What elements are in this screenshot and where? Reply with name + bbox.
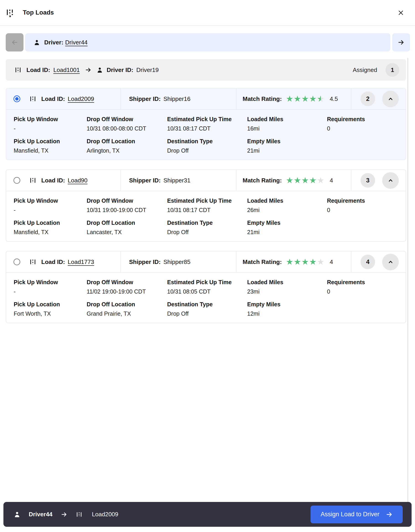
rating-value: 4: [330, 258, 333, 266]
pick-up-window-label: Pick Up Window: [14, 279, 87, 285]
chevron-up-icon: [387, 177, 394, 184]
arrow-right-icon: [398, 39, 405, 46]
load-id-label: Load ID:: [41, 258, 65, 266]
collapse-button[interactable]: [382, 172, 399, 189]
footer-driver: Driver44: [29, 511, 52, 518]
assigned-load-label: Load ID:: [26, 66, 50, 74]
back-button[interactable]: [6, 33, 23, 51]
assign-load-button[interactable]: Assign Load to Driver: [311, 506, 403, 523]
load-id-link[interactable]: Load1773: [68, 258, 94, 266]
load-card: Load ID: Load1773 Shipper ID: Shipper85 …: [6, 251, 406, 323]
assigned-load-link[interactable]: Load1001: [53, 66, 80, 74]
pick-up-window-value: -: [14, 288, 87, 295]
rank-badge: 4: [360, 255, 375, 269]
load-bars-icon: [29, 258, 37, 266]
rating-value: 4.5: [330, 95, 338, 103]
drop-off-location-value: Grand Prairie, TX: [87, 310, 167, 317]
destination-type-value: Drop Off: [167, 310, 247, 317]
load-id-link[interactable]: Load2009: [68, 95, 94, 103]
drop-off-location-label: Drop Off Location: [87, 219, 167, 226]
load-id-link[interactable]: Load90: [68, 177, 88, 184]
load-card-header: Load ID: Load90 Shipper ID: Shipper31 Ma…: [6, 170, 406, 191]
top-loads-icon: ★: [6, 8, 14, 18]
pick-up-location-value: Mansfield, TX: [14, 229, 87, 236]
assign-button-label: Assign Load to Driver: [321, 511, 379, 518]
pick-up-window-label: Pick Up Window: [14, 116, 87, 123]
assigned-load-row: Load ID: Load1001 Driver ID: Driver19 As…: [6, 59, 406, 81]
load-bars-icon: [29, 95, 37, 103]
destination-type-value: Drop Off: [167, 229, 247, 236]
drop-off-window-label: Drop Off Window: [87, 116, 167, 123]
estimated-pick-up-time-label: Estimated Pick Up Time: [167, 198, 247, 204]
load-card-details: Pick Up Window- Drop Off Window11/02 19:…: [6, 273, 406, 323]
assigned-driver-value: Driver19: [136, 66, 159, 74]
load-card-header: Load ID: Load1773 Shipper ID: Shipper85 …: [6, 251, 406, 273]
loaded-miles-value: 16mi: [247, 125, 327, 132]
match-rating-label: Match Rating:: [243, 95, 282, 103]
drop-off-location-value: Arlington, TX: [87, 147, 167, 154]
loaded-miles-value: 26mi: [247, 207, 327, 213]
arrow-right-icon: [85, 67, 91, 73]
collapse-button[interactable]: [382, 254, 399, 270]
loaded-miles-label: Loaded Miles: [247, 116, 327, 123]
shipper-id-value: Shipper31: [164, 177, 191, 184]
chevron-up-icon: [387, 258, 394, 265]
loaded-miles-label: Loaded Miles: [247, 198, 327, 204]
load-radio[interactable]: [13, 177, 20, 184]
star-rating: ★★★★★★★★★★: [286, 95, 325, 103]
star-rating: ★★★★★★★★★★: [286, 176, 325, 185]
load-card-header: Load ID: Load2009 Shipper ID: Shipper16 …: [6, 88, 406, 110]
scrollbar[interactable]: [407, 58, 408, 506]
estimated-pick-up-time-label: Estimated Pick Up Time: [167, 116, 247, 123]
load-id-label: Load ID:: [41, 95, 65, 103]
pick-up-window-value: -: [14, 125, 87, 132]
requirements-label: Requirements: [327, 279, 406, 285]
requirements-value: 0: [327, 125, 406, 132]
drop-off-window-label: Drop Off Window: [87, 279, 167, 285]
footer-load: Load2009: [92, 511, 118, 518]
forward-button[interactable]: [392, 33, 410, 51]
load-card-details: Pick Up Window- Drop Off Window10/31 08:…: [6, 110, 406, 160]
pick-up-location-value: Mansfield, TX: [14, 147, 87, 154]
rating-value: 4: [330, 177, 333, 184]
drop-off-window-label: Drop Off Window: [87, 198, 167, 204]
page-title: Top Loads: [23, 9, 54, 16]
load-id-label: Load ID:: [41, 177, 65, 184]
requirements-value: 0: [327, 207, 406, 213]
shipper-id-label: Shipper ID:: [129, 95, 161, 103]
pick-up-location-value: Fort Worth, TX: [14, 310, 87, 317]
shipper-id-value: Shipper16: [164, 95, 191, 103]
drop-off-window-value: 10/31 19:00-19:00 CDT: [87, 207, 167, 213]
empty-miles-value: 12mi: [247, 310, 327, 317]
pick-up-window-value: -: [14, 207, 87, 213]
drop-off-location-label: Drop Off Location: [87, 138, 167, 145]
empty-miles-label: Empty Miles: [247, 301, 327, 308]
empty-miles-label: Empty Miles: [247, 219, 327, 226]
top-loads-header: ★ Top Loads: [0, 0, 415, 26]
pick-up-location-label: Pick Up Location: [14, 138, 87, 145]
driver-nav-row: Driver: Driver44: [6, 33, 410, 51]
shipper-id-value: Shipper85: [164, 258, 191, 266]
shipper-id-label: Shipper ID:: [129, 177, 161, 184]
driver-link[interactable]: Driver44: [65, 39, 88, 46]
destination-type-label: Destination Type: [167, 219, 247, 226]
arrow-left-icon: [11, 39, 18, 46]
assignment-footer: Driver44 Load2009 Assign Load to Driver: [3, 502, 412, 527]
pick-up-location-label: Pick Up Location: [14, 219, 87, 226]
drop-off-window-value: 10/31 08:00-08:00 CDT: [87, 125, 167, 132]
collapse-button[interactable]: [382, 91, 399, 107]
match-rating-label: Match Rating:: [243, 258, 282, 266]
load-bars-icon: [14, 66, 22, 74]
close-button[interactable]: [398, 10, 404, 16]
person-icon: [14, 511, 20, 518]
empty-miles-label: Empty Miles: [247, 138, 327, 145]
load-radio[interactable]: [13, 258, 20, 265]
destination-type-label: Destination Type: [167, 301, 247, 308]
load-card: Load ID: Load90 Shipper ID: Shipper31 Ma…: [6, 170, 406, 242]
empty-miles-value: 21mi: [247, 147, 327, 154]
estimated-pick-up-time-value: 10/31 08:17 CDT: [167, 207, 247, 213]
estimated-pick-up-time-value: 10/31 08:17 CDT: [167, 125, 247, 132]
estimated-pick-up-time-value: 10/31 08:05 CDT: [167, 288, 247, 295]
load-card: Load ID: Load2009 Shipper ID: Shipper16 …: [6, 88, 406, 160]
load-radio[interactable]: [13, 95, 20, 102]
